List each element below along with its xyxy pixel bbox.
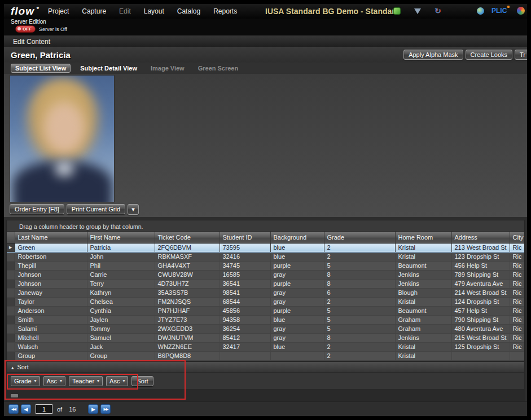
grid-cell: Tommy <box>87 324 155 333</box>
print-options-dropdown-button[interactable]: ▾ <box>128 204 139 215</box>
table-row[interactable]: RobertsonJohnRBKMASXF32416blue2Kristal12… <box>7 252 524 261</box>
grid-cell: JTYZ7E73 <box>155 315 220 324</box>
menubar: flow* Project Capture Edit Layout Catalo… <box>4 4 527 19</box>
grid-cell: 36254 <box>220 324 270 333</box>
grid-toolbar: Order Entry [F8] Print Current Grid ▾ <box>4 204 527 217</box>
row-indicator-cell <box>7 261 15 270</box>
table-row[interactable]: ▶GreenPatricia2FQ6DBVM73595blue2Kristal2… <box>7 243 524 252</box>
grid-cell: 480 Aventura Ave <box>451 324 510 333</box>
grid-cell: PN7HJHAF <box>155 306 220 315</box>
sort-field-2-select[interactable]: Teacher▾ <box>69 376 103 386</box>
table-row[interactable]: SalamiTommy2WXGEDD336254gray5Graham480 A… <box>7 324 524 333</box>
pinwheel-icon[interactable] <box>517 7 525 15</box>
first-page-button[interactable]: ◀◀ <box>8 404 19 414</box>
sort-controls: Grade▾ Asc▾ Teacher▾ Asc▾ Sort <box>6 373 525 390</box>
print-current-grid-button[interactable]: Print Current Grid <box>67 204 125 214</box>
grid-cell: blue <box>270 252 324 261</box>
table-row[interactable]: ThepillPhilGHA4V4XT34745purple5Beaumont4… <box>7 261 524 270</box>
tab-subject-detail-view[interactable]: Subject Detail View <box>76 64 141 72</box>
menu-edit[interactable]: Edit <box>119 7 131 15</box>
current-page-input[interactable] <box>36 404 52 414</box>
menu-layout[interactable]: Layout <box>144 7 164 15</box>
scrollbar-thumb[interactable] <box>11 394 18 397</box>
grid-cell: Robertson <box>15 252 87 261</box>
tab-green-screen[interactable]: Green Screen <box>194 64 243 72</box>
filter-icon[interactable] <box>414 8 421 14</box>
column-header-home-room[interactable]: Home Room <box>395 232 451 243</box>
grid-cell: 2 <box>324 297 395 306</box>
previous-page-button[interactable]: ◀ <box>21 404 31 414</box>
grid-header-row: Last Name First Name Ticket Code Student… <box>7 232 524 243</box>
grid-cell: John <box>87 252 155 261</box>
last-page-button[interactable]: ▶▶ <box>100 404 111 414</box>
server-toggle[interactable]: OFF <box>15 25 36 33</box>
grid-cell: Johnson <box>15 270 87 279</box>
column-header-background[interactable]: Background <box>270 232 324 243</box>
next-page-button[interactable]: ▶ <box>88 404 98 414</box>
grid-cell: 6 <box>324 288 395 297</box>
table-row[interactable]: MitchellSamuelDWJNUTVM85412gray8Jenkins2… <box>7 333 524 342</box>
sort-button[interactable]: Sort <box>131 376 153 386</box>
chevron-down-icon: ▾ <box>122 378 125 383</box>
collapse-up-icon: ▴ <box>11 365 14 370</box>
order-entry-button[interactable]: Order Entry [F8] <box>10 204 64 214</box>
table-row[interactable]: TaylorChelseaFM2NJSQS68544gray2Kristal12… <box>7 297 524 306</box>
table-row[interactable]: JohnsonCarrieCWU8V28W16585gray8Jenkins78… <box>7 270 524 279</box>
grid-cell: 16585 <box>220 270 270 279</box>
grid-cell: blue <box>270 315 324 324</box>
grid-cell: Beaumont <box>395 261 451 270</box>
refresh-icon[interactable]: ↻ <box>435 7 441 15</box>
menu-reports[interactable]: Reports <box>213 7 237 15</box>
column-header-ticket-code[interactable]: Ticket Code <box>155 232 220 243</box>
grid-cell: Thepill <box>15 261 87 270</box>
clipped-action-button[interactable]: Tr <box>515 50 527 60</box>
column-header-first-name[interactable]: First Name <box>87 232 155 243</box>
sort-direction-2-select[interactable]: Asc▾ <box>106 376 128 386</box>
menubar-icon-group-left: ↻ <box>393 7 441 15</box>
grid-cell: blue <box>270 243 324 252</box>
grid-cell: 215 West Broad St <box>451 333 510 342</box>
row-indicator-cell <box>7 342 15 351</box>
table-row[interactable]: GroupGroupB6PQM8D82Kristal <box>7 351 524 360</box>
menu-capture[interactable]: Capture <box>82 7 106 15</box>
plic-logo[interactable]: PLIC <box>491 7 510 15</box>
table-row[interactable]: JanewayKathryn35A3SS7B98541gray6Blough21… <box>7 288 524 297</box>
green-status-icon[interactable] <box>393 7 401 15</box>
sort-field-2-value: Teacher <box>72 378 94 384</box>
sort-panel-header[interactable]: ▴Sort <box>6 361 525 373</box>
grid-cell: Ric <box>510 288 524 297</box>
grid-cell: 789 Shipping St <box>451 270 510 279</box>
grid-cell: purple <box>270 279 324 288</box>
grid-cell: 2 <box>324 342 395 351</box>
menu-items: Project Capture Edit Layout Catalog Repo… <box>48 7 237 15</box>
grid-cell: Kristal <box>395 342 451 351</box>
menu-catalog[interactable]: Catalog <box>177 7 200 15</box>
create-looks-button[interactable]: Create Looks <box>466 50 512 60</box>
globe-icon[interactable] <box>477 7 484 15</box>
subject-photo[interactable] <box>10 75 115 202</box>
apply-alpha-mask-button[interactable]: Apply Alpha Mask <box>403 50 463 60</box>
sort-panel-title: Sort <box>17 364 29 370</box>
column-header-last-name[interactable]: Last Name <box>15 232 87 243</box>
tab-image-view[interactable]: Image View <box>147 64 188 72</box>
sort-field-1-select[interactable]: Grade▾ <box>11 376 40 386</box>
grid-cell: Johnson <box>15 279 87 288</box>
grid-cell: 5 <box>324 324 395 333</box>
grid-cell: gray <box>270 333 324 342</box>
selected-row-indicator: ▶ <box>7 243 15 252</box>
table-row[interactable]: JohnsonTerry4D73UH7Z36541purple8Jenkins4… <box>7 279 524 288</box>
menu-project[interactable]: Project <box>48 7 69 15</box>
column-header-student-id[interactable]: Student ID <box>220 232 270 243</box>
table-row[interactable]: WalschJackWNZZN6EE32417blue2Kristal125 D… <box>7 342 524 351</box>
column-header-grade[interactable]: Grade <box>324 232 395 243</box>
sort-direction-1-select[interactable]: Asc▾ <box>43 376 65 386</box>
grid-cell: Ric <box>510 261 524 270</box>
table-row[interactable]: AndersonCynthiaPN7HJHAF45856purple5Beaum… <box>7 306 524 315</box>
column-header-address[interactable]: Address <box>451 232 510 243</box>
tab-subject-list-view[interactable]: Subject List View <box>11 64 71 73</box>
grid-cell: RBKMASXF <box>155 252 220 261</box>
column-header-city[interactable]: City <box>510 232 524 243</box>
view-tabs: Subject List View Subject Detail View Im… <box>4 63 527 74</box>
grid-cell: Green <box>15 243 87 252</box>
table-row[interactable]: SmithJaylenJTYZ7E7394358blue5Graham790 S… <box>7 315 524 324</box>
